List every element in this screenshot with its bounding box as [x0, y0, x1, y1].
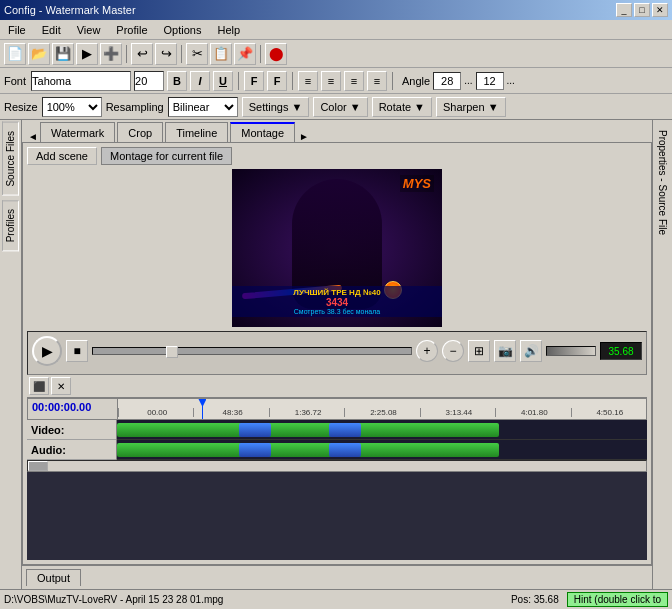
video-line1: ЛУЧШИЙ ТРЕ НД №40	[234, 288, 440, 297]
play-pause-button[interactable]: ▶	[32, 336, 62, 366]
redo-button[interactable]: ↪	[155, 43, 177, 65]
zoom-in-button[interactable]: +	[416, 340, 438, 362]
tab-timeline[interactable]: Timeline	[165, 122, 228, 142]
angle-dots: ...	[464, 75, 472, 86]
video-text-overlay: ЛУЧШИЙ ТРЕ НД №40 3434 Смотреть 38.3 бес…	[232, 286, 442, 317]
resample-combo[interactable]: Bilinear	[168, 97, 238, 117]
progress-thumb[interactable]	[166, 346, 178, 358]
fullscreen-button[interactable]: ⊞	[468, 340, 490, 362]
toolbar-sep2	[181, 45, 182, 63]
paste-button[interactable]: 📌	[234, 43, 256, 65]
add-scene-button[interactable]: Add scene	[27, 147, 97, 165]
progress-track[interactable]	[92, 347, 412, 355]
rotate-button[interactable]: Rotate ▼	[372, 97, 432, 117]
window-controls[interactable]: _ □ ✕	[616, 3, 668, 17]
video-frame: MYS ЛУЧШИЙ ТРЕ НД №40 3434 Смотреть 38.3…	[232, 169, 442, 327]
size-input[interactable]	[134, 71, 164, 91]
montage-current-button[interactable]: Montage for current file	[101, 147, 232, 165]
center-column: ◄ Watermark Crop Timeline Montage ► Add …	[22, 120, 652, 589]
italic-button[interactable]: I	[190, 71, 210, 91]
toolbar-sep1	[126, 45, 127, 63]
menu-help[interactable]: Help	[213, 23, 244, 37]
menu-view[interactable]: View	[73, 23, 105, 37]
toolbar-sep6	[392, 72, 393, 90]
sidebar-tab-profiles[interactable]: Profiles	[2, 200, 19, 251]
timeline-labels: Video: Audio:	[27, 420, 117, 460]
tab-watermark[interactable]: Watermark	[40, 122, 115, 142]
align-left[interactable]: ≡	[298, 71, 318, 91]
tab-montage[interactable]: Montage	[230, 122, 295, 142]
toolbar-sep3	[260, 45, 261, 63]
menu-edit[interactable]: Edit	[38, 23, 65, 37]
undo-button[interactable]: ↩	[131, 43, 153, 65]
timeline-ruler[interactable]: 00.00 48:36 1:36.72 2:25.08 3:13.44 4:01…	[118, 399, 646, 419]
timeline-scrollbar[interactable]	[27, 460, 647, 472]
audio-track-row	[117, 440, 647, 460]
mini-btn-2[interactable]: ✕	[51, 377, 71, 395]
new-button[interactable]: 📄	[4, 43, 26, 65]
video-block-main[interactable]	[117, 423, 499, 437]
scroll-thumb[interactable]	[28, 461, 48, 471]
add-button[interactable]: ➕	[100, 43, 122, 65]
volume-slider[interactable]	[546, 346, 596, 356]
timeline-tracks	[117, 420, 647, 460]
font-input[interactable]	[31, 71, 131, 91]
tab-right-arrow[interactable]: ►	[297, 131, 311, 142]
bottom-status-bar: D:\VOBS\MuzTV-LoveRV - April 15 23 28 01…	[0, 589, 672, 609]
status-file-path: D:\VOBS\MuzTV-LoveRV - April 15 23 28 01…	[4, 594, 511, 605]
angle-extra-input[interactable]	[476, 72, 504, 90]
save-button[interactable]: 💾	[52, 43, 74, 65]
menu-options[interactable]: Options	[160, 23, 206, 37]
tab-crop[interactable]: Crop	[117, 122, 163, 142]
color-button[interactable]: Color ▼	[313, 97, 367, 117]
audio-block-main[interactable]	[117, 443, 499, 457]
maximize-button[interactable]: □	[634, 3, 650, 17]
sharpen-button[interactable]: Sharpen ▼	[436, 97, 506, 117]
tab-left-arrow[interactable]: ◄	[26, 131, 40, 142]
ruler-mark-4: 3:13.44	[420, 408, 495, 417]
sidebar-tab-source-files[interactable]: Source Files	[2, 122, 19, 196]
play-button[interactable]: ▶	[76, 43, 98, 65]
video-block-1[interactable]	[239, 423, 271, 437]
angle-input[interactable]	[433, 72, 461, 90]
snapshot-button[interactable]: 📷	[494, 340, 516, 362]
stop-button[interactable]: ■	[66, 340, 88, 362]
copy-button[interactable]: 📋	[210, 43, 232, 65]
timeline-body: Video: Audio:	[27, 420, 647, 460]
video-block-2[interactable]	[329, 423, 361, 437]
menu-bar: File Edit View Profile Options Help	[0, 20, 672, 40]
minimize-button[interactable]: _	[616, 3, 632, 17]
audio-block-2[interactable]	[329, 443, 361, 457]
angle-extra-dots: ...	[507, 75, 515, 86]
align-center[interactable]: ≡	[321, 71, 341, 91]
zoom-out-button[interactable]: −	[442, 340, 464, 362]
close-button[interactable]: ✕	[652, 3, 668, 17]
settings-button[interactable]: Settings ▼	[242, 97, 310, 117]
circle-button[interactable]: ⬤	[265, 43, 287, 65]
toolbar-sep4	[238, 72, 239, 90]
left-sidebar: Source Files Profiles	[0, 120, 22, 589]
menu-profile[interactable]: Profile	[112, 23, 151, 37]
audio-block-1[interactable]	[239, 443, 271, 457]
ruler-mark-0: 00.00	[118, 408, 193, 417]
font-bg-button[interactable]: F	[267, 71, 287, 91]
ruler-mark-1: 48:36	[193, 408, 268, 417]
sidebar-tab-properties[interactable]: Properties - Source File	[655, 122, 670, 243]
mini-btn-1[interactable]: ⬛	[29, 377, 49, 395]
align-right[interactable]: ≡	[344, 71, 364, 91]
ruler-mark-6: 4:50.16	[571, 408, 646, 417]
output-tab[interactable]: Output	[26, 569, 81, 586]
open-button[interactable]: 📂	[28, 43, 50, 65]
underline-button[interactable]: U	[213, 71, 233, 91]
resize-combo[interactable]: 100%	[42, 97, 102, 117]
ruler-mark-2: 1:36.72	[269, 408, 344, 417]
volume-button[interactable]: 🔊	[520, 340, 542, 362]
cut-button[interactable]: ✂	[186, 43, 208, 65]
menu-file[interactable]: File	[4, 23, 30, 37]
toolbar-font: Font B I U F F ≡ ≡ ≡ ≡ Angle ... ...	[0, 68, 672, 94]
font-color-button[interactable]: F	[244, 71, 264, 91]
bold-button[interactable]: B	[167, 71, 187, 91]
align-justify[interactable]: ≡	[367, 71, 387, 91]
playback-area: ▶ ■ + − ⊞ 📷 🔊 35.68	[27, 331, 647, 375]
ruler-mark-3: 2:25.08	[344, 408, 419, 417]
